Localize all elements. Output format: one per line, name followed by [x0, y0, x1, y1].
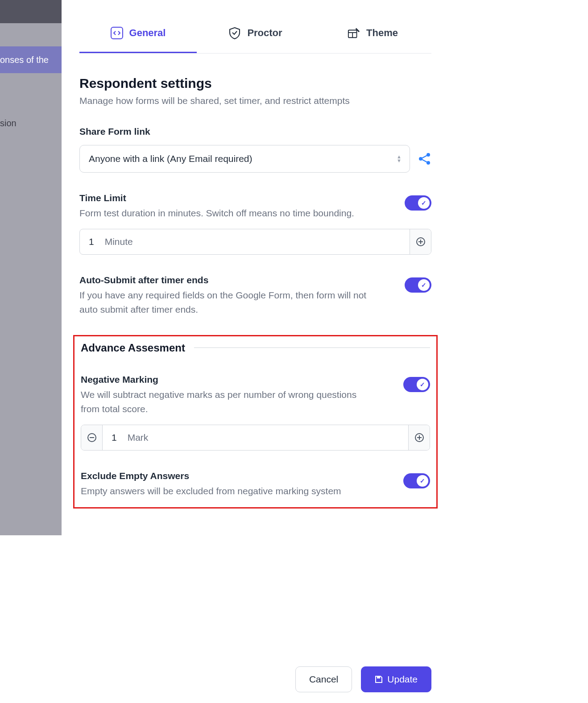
time-limit-unit: Minute	[105, 236, 133, 247]
time-limit-desc: Form test duration in minutes. Switch of…	[79, 206, 374, 221]
check-icon: ✓	[418, 197, 430, 209]
auto-submit-toggle[interactable]: ✓	[405, 277, 431, 293]
advance-assessment-highlight: Advance Assesment Negative Marking We wi…	[73, 335, 438, 509]
share-icon[interactable]	[418, 152, 431, 165]
exclude-empty-desc: Empty answers will be excluded from nega…	[81, 484, 394, 499]
auto-submit-desc: If you have any required fields on the G…	[79, 288, 374, 317]
check-icon: ✓	[418, 279, 430, 291]
time-limit-block: Time Limit Form test duration in minutes…	[79, 193, 431, 255]
tab-proctor[interactable]: Proctor	[197, 18, 314, 53]
shield-check-icon	[228, 27, 241, 39]
backdrop-active-row: onses of the	[0, 46, 62, 73]
theme-icon	[348, 27, 360, 39]
tab-label: Theme	[366, 27, 398, 39]
time-limit-increment[interactable]	[410, 229, 431, 254]
negative-marking-block: Negative Marking We will subtract negati…	[81, 374, 430, 451]
svg-line-7	[422, 160, 427, 162]
share-form-selected-value: Anyone with a link (Any Email required)	[89, 153, 253, 164]
check-icon: ✓	[417, 475, 428, 487]
negative-marking-decrement[interactable]	[81, 425, 103, 450]
respondent-settings-subtitle: Manage how forms will be shared, set tim…	[79, 95, 431, 106]
time-limit-toggle[interactable]: ✓	[405, 195, 431, 211]
tab-general[interactable]: General	[79, 18, 197, 53]
negative-marking-toggle[interactable]: ✓	[403, 377, 430, 392]
exclude-empty-toggle[interactable]: ✓	[403, 473, 430, 488]
backdrop-panel: onses of the sion	[0, 0, 62, 535]
share-form-select[interactable]: Anyone with a link (Any Email required) …	[79, 145, 410, 173]
divider-line	[194, 347, 430, 348]
negative-marking-label: Negative Marking	[81, 374, 394, 385]
time-limit-stepper: 1 Minute	[79, 229, 431, 255]
svg-line-6	[422, 156, 427, 158]
respondent-settings-title: Respondent settings	[79, 76, 431, 91]
tabs-bar: General Proctor Theme	[79, 18, 431, 54]
tab-theme[interactable]: Theme	[314, 18, 431, 53]
auto-submit-label: Auto-Submit after timer ends	[79, 275, 396, 285]
time-limit-value: 1	[89, 236, 94, 247]
backdrop-header	[0, 0, 62, 23]
advance-heading-text: Advance Assesment	[81, 342, 185, 354]
code-icon	[111, 27, 123, 39]
advance-assessment-heading: Advance Assesment	[81, 342, 430, 354]
tab-label: General	[129, 27, 166, 39]
exclude-empty-label: Exclude Empty Answers	[81, 471, 394, 481]
backdrop-row: sion	[0, 118, 62, 132]
negative-marking-stepper: 1 Mark	[81, 425, 430, 451]
negative-marking-value: 1	[112, 432, 117, 443]
negative-marking-desc: We will subtract negative marks as per n…	[81, 388, 375, 417]
tab-label: Proctor	[247, 27, 282, 39]
share-form-block: Share Form link Anyone with a link (Any …	[79, 126, 431, 173]
negative-marking-unit: Mark	[128, 432, 149, 443]
chevron-updown-icon: ▲▼	[397, 155, 402, 163]
auto-submit-block: Auto-Submit after timer ends If you have…	[79, 275, 431, 317]
settings-panel: General Proctor Theme Respondent setting…	[62, 18, 449, 553]
exclude-empty-block: Exclude Empty Answers Empty answers will…	[81, 471, 430, 499]
time-limit-label: Time Limit	[79, 193, 396, 203]
share-form-label: Share Form link	[79, 126, 431, 137]
check-icon: ✓	[417, 379, 428, 390]
negative-marking-increment[interactable]	[408, 425, 430, 450]
